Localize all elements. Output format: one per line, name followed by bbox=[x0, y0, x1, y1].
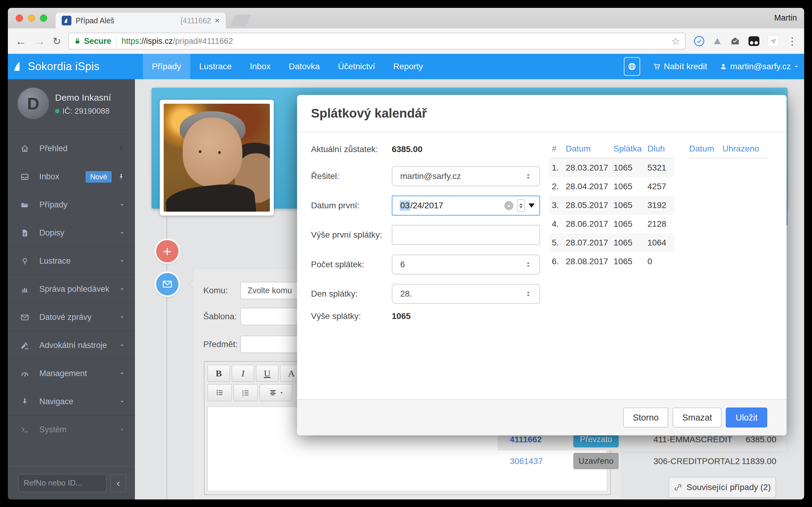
table-row: 5. 28.07.2017 1065 1064 bbox=[549, 233, 674, 252]
datepicker-caret-icon[interactable] bbox=[528, 204, 535, 208]
first-amount-input[interactable] bbox=[392, 225, 540, 245]
related-cases-button[interactable]: Související případy (2) bbox=[669, 477, 776, 498]
chevron-down-icon[interactable] bbox=[119, 259, 124, 264]
delete-button[interactable]: Smazat bbox=[672, 407, 721, 428]
sidebar-item-label: Případy bbox=[39, 200, 67, 210]
row-date: 28.04.2017 bbox=[566, 182, 614, 191]
sidebar-item[interactable]: Lustrace bbox=[8, 247, 135, 275]
sidebar-item[interactable]: Advokátní nástroje bbox=[8, 331, 135, 359]
tab-close-icon[interactable]: × bbox=[215, 16, 220, 25]
sidebar-item[interactable]: Dopisy bbox=[8, 219, 135, 247]
col-date: Datum bbox=[566, 144, 614, 154]
sidebar-item-label: Dopisy bbox=[39, 228, 64, 238]
case-id-link[interactable]: 4111662 bbox=[510, 435, 542, 444]
minimize-window-button[interactable] bbox=[28, 14, 35, 22]
navbar-menu-item[interactable]: Případy bbox=[143, 54, 190, 79]
align-button[interactable] bbox=[260, 384, 292, 401]
sidebar-item[interactable]: Management bbox=[8, 359, 135, 388]
navbar-menu-item[interactable]: Reporty bbox=[384, 54, 432, 79]
extension-inbox-icon[interactable] bbox=[730, 36, 740, 46]
col-n: # bbox=[552, 144, 566, 154]
solver-select[interactable]: martin@sarfy.cz bbox=[392, 166, 540, 186]
chevron-down-icon[interactable] bbox=[119, 427, 124, 432]
sidebar-item[interactable]: Správa pohledávek bbox=[8, 275, 135, 303]
debtor-photo bbox=[164, 104, 270, 212]
sidebar-item[interactable]: Navigace bbox=[8, 388, 135, 416]
date-selected-segment: 03 bbox=[400, 201, 410, 211]
url-bar[interactable]: Secure https://ispis.cz/pripad#4111662 ☆ bbox=[68, 33, 686, 50]
chevron-down-icon[interactable] bbox=[119, 230, 124, 235]
underline-button[interactable]: U bbox=[256, 365, 278, 382]
extension-check-icon[interactable] bbox=[694, 36, 704, 46]
chevron-down-icon[interactable] bbox=[119, 399, 124, 404]
count-select[interactable]: 6 bbox=[392, 255, 540, 275]
pin-icon[interactable] bbox=[118, 145, 124, 152]
chevron-down-icon[interactable] bbox=[119, 202, 124, 208]
case-id-link[interactable]: 3061437 bbox=[510, 456, 543, 466]
table-row: 2. 28.04.2017 1065 4257 bbox=[549, 177, 674, 196]
secure-label[interactable]: Secure bbox=[84, 37, 111, 46]
browser-tab[interactable]: Případ Aleš [4111662 × bbox=[56, 13, 226, 29]
sidebar-item-label: Datové zprávy bbox=[39, 313, 92, 322]
sidebar-item[interactable]: Případy bbox=[8, 191, 135, 219]
paid-table: Datum Uhrazeno bbox=[689, 144, 768, 158]
add-action-button[interactable]: + bbox=[156, 240, 179, 263]
sidebar-item-icon bbox=[20, 398, 30, 406]
brand[interactable]: Sokordia iSpis bbox=[13, 54, 100, 79]
sidebar-item[interactable]: Datové zprávy bbox=[8, 303, 135, 331]
debtor-photo-card[interactable] bbox=[160, 100, 274, 216]
pin-icon[interactable] bbox=[118, 173, 124, 180]
language-button[interactable] bbox=[624, 57, 640, 76]
org-profile: D Demo Inkasní IČ: 29190088 bbox=[8, 79, 135, 119]
bold-button[interactable]: B bbox=[208, 365, 230, 382]
navbar-menu-item[interactable]: Inbox bbox=[241, 54, 280, 79]
bookmark-star-icon[interactable]: ☆ bbox=[671, 35, 680, 47]
extension-pocket-icon[interactable] bbox=[749, 36, 759, 46]
sidebar-item[interactable]: Inbox Nové bbox=[8, 163, 135, 191]
navbar-menu-item[interactable]: Účetnictví bbox=[329, 54, 384, 79]
browser-menu-icon[interactable]: ⋮ bbox=[787, 35, 798, 47]
col-paid-date: Datum bbox=[689, 144, 722, 154]
compose-letter-button[interactable] bbox=[156, 273, 179, 295]
url-host: ://ispis.cz bbox=[139, 37, 173, 46]
favicon bbox=[62, 16, 71, 25]
credit-button[interactable]: Nabít kredit bbox=[653, 62, 707, 71]
new-badge: Nové bbox=[86, 171, 112, 183]
date-spinner[interactable] bbox=[517, 199, 525, 212]
refno-search-input[interactable] bbox=[18, 474, 106, 492]
italic-button[interactable]: I bbox=[232, 365, 254, 382]
account-menu[interactable]: martin@sarfy.cz bbox=[720, 62, 799, 71]
installment-label: Výše splátky: bbox=[311, 306, 361, 326]
chevron-down-icon[interactable] bbox=[119, 315, 124, 320]
forward-icon[interactable]: → bbox=[34, 35, 45, 47]
first-date-label: Datum první: bbox=[311, 195, 359, 216]
new-tab-button[interactable] bbox=[230, 14, 252, 26]
reload-icon[interactable]: ↻ bbox=[53, 36, 61, 46]
first-date-input[interactable]: 03/24/2017 × bbox=[392, 195, 540, 216]
chevron-down-icon[interactable] bbox=[119, 287, 124, 292]
row-date: 28.06.2017 bbox=[566, 219, 614, 229]
clear-date-icon[interactable]: × bbox=[504, 201, 513, 210]
sidebar-collapse-button[interactable]: ‹ bbox=[110, 474, 126, 492]
sidebar-item[interactable]: Systém bbox=[8, 416, 135, 444]
case-status-badge: Uzavřeno bbox=[573, 453, 619, 469]
navbar-menu-item[interactable]: Datovka bbox=[280, 54, 329, 79]
numbered-list-button[interactable] bbox=[234, 384, 258, 401]
day-select[interactable]: 28. bbox=[392, 284, 540, 304]
chevron-down-icon[interactable] bbox=[119, 343, 124, 348]
zoom-window-button[interactable] bbox=[40, 14, 47, 22]
extension-drive-icon[interactable] bbox=[713, 37, 722, 46]
bullet-list-button[interactable] bbox=[208, 384, 232, 401]
save-button[interactable]: Uložit bbox=[726, 407, 767, 428]
close-window-button[interactable] bbox=[16, 14, 23, 22]
navbar-menu-item[interactable]: Lustrace bbox=[190, 54, 241, 79]
subject-label: Předmět: bbox=[203, 336, 238, 353]
sidebar-item[interactable]: Přehled bbox=[8, 134, 135, 163]
select-updown-icon bbox=[525, 290, 531, 297]
sidebar-item-icon bbox=[20, 370, 30, 378]
extension-plane-icon[interactable] bbox=[768, 36, 779, 47]
chevron-down-icon[interactable] bbox=[119, 371, 124, 376]
cancel-button[interactable]: Storno bbox=[623, 407, 668, 428]
back-icon[interactable]: ← bbox=[15, 35, 27, 47]
browser-profile-name[interactable]: Martin bbox=[774, 13, 797, 23]
